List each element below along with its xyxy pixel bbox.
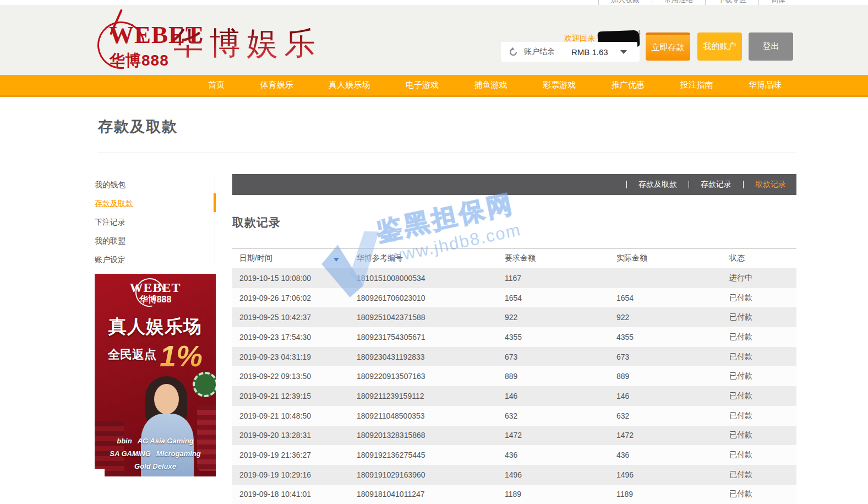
page-title: 存款及取款 (98, 117, 178, 137)
chip-green-image (193, 372, 216, 397)
table-row: 2019-09-23 04:31:19 1809230431192833 673… (232, 347, 796, 367)
cell-requested-amount: 673 (505, 353, 616, 361)
cell-status: 已付款 (729, 411, 796, 421)
top-link[interactable]: 常用连结 (652, 0, 705, 5)
banner-corner-notch (95, 469, 105, 476)
section-title: 取款记录 (232, 215, 281, 230)
title-divider (98, 153, 796, 153)
sidebar-item[interactable]: 存款及取款 (95, 194, 214, 213)
balance-label: 账户结余 (524, 47, 555, 57)
cell-datetime: 2019-09-21 12:39:15 (239, 392, 357, 400)
cell-reference: 1809201328315868 (357, 431, 505, 440)
refresh-icon[interactable] (509, 47, 518, 57)
cell-requested-amount: 889 (505, 372, 616, 381)
sidebar-item[interactable]: 我的钱包 (95, 175, 214, 194)
cell-reference: 1809211048500353 (357, 411, 505, 420)
table-row: 2019-09-22 09:13:50 1809220913507163 889… (232, 366, 796, 386)
table-row: 2019-09-23 17:54:30 1809231754305671 435… (232, 327, 796, 347)
table-row: 2019-10-15 10:08:00 1810151008000534 116… (232, 268, 796, 288)
nav-item[interactable]: 首页 (208, 80, 225, 90)
cell-datetime: 2019-09-23 04:31:19 (239, 353, 357, 361)
cell-actual-amount: 1472 (616, 431, 729, 440)
records-tabbar: 存款及取款存款记录取款记录 (232, 174, 796, 195)
cell-datetime: 2019-09-19 21:36:27 (239, 451, 357, 459)
provider-logo: bbin (117, 437, 132, 445)
cell-actual-amount: 1189 (616, 490, 729, 498)
records-tab[interactable]: 取款记录 (731, 180, 786, 189)
my-account-button[interactable]: 我的账户 (697, 32, 742, 61)
cell-datetime: 2019-09-20 13:28:31 (239, 431, 357, 440)
cell-datetime: 2019-09-22 09:13:50 (239, 372, 357, 381)
nav-item[interactable]: 电子游戏 (406, 80, 439, 90)
banner-provider-logos: bbinAG Asia GamingSA GAMINGMicrogamingGo… (97, 437, 214, 470)
balance-value: RMB 1.63 (571, 47, 608, 57)
account-balance-widget: 账户结余 RMB 1.63 (501, 42, 637, 62)
nav-item[interactable]: 体育娱乐 (260, 80, 293, 90)
nav-item[interactable]: 华博品味 (749, 80, 782, 90)
top-link[interactable]: 下载专区 (705, 0, 758, 5)
cell-actual-amount: 632 (616, 411, 729, 420)
logout-button[interactable]: 登出 (749, 32, 793, 61)
cell-status: 进行中 (729, 273, 796, 283)
cell-status: 已付款 (729, 352, 796, 362)
cell-status: 已付款 (729, 391, 796, 401)
table-row: 2019-09-20 13:28:31 1809201328315868 147… (232, 426, 796, 446)
banner-headline: 真人娱乐场 (95, 315, 216, 339)
account-sidebar: 我的钱包存款及取款下注记录我的联盟账户设定 (95, 175, 214, 269)
sidebar-divider (215, 175, 215, 265)
cell-requested-amount: 1189 (505, 490, 616, 498)
table-header-cell: 要求金额 (505, 253, 616, 263)
cell-actual-amount: 673 (616, 353, 729, 361)
provider-logo: Gold Deluxe (134, 462, 176, 470)
cell-status: 已付款 (729, 312, 796, 322)
table-row: 2019-09-26 17:06:02 1809261706023010 165… (232, 288, 796, 308)
banner-logo-swoosh-icon (130, 274, 170, 312)
main-nav: 首页体育娱乐真人娱乐场电子游戏捕鱼游戏彩票游戏推广优惠投注指南华博品味 (0, 75, 868, 97)
records-tab[interactable]: 存款记录 (677, 180, 731, 189)
nav-item[interactable]: 真人娱乐场 (329, 80, 370, 90)
table-row: 2019-09-21 10:48:50 1809211048500353 632… (232, 406, 796, 426)
page: 加入收藏常用连结下载专区简体 WEBET 华博888 华博娱乐 欢迎回来！ 4 … (0, 0, 868, 504)
provider-logo: SA GAMING (110, 449, 151, 458)
cell-actual-amount: 1654 (616, 294, 729, 302)
cell-datetime: 2019-09-25 10:42:37 (239, 313, 357, 322)
top-link[interactable]: 加入收藏 (598, 0, 652, 5)
records-tab[interactable]: 存款及取款 (615, 180, 677, 189)
cell-status: 已付款 (729, 371, 796, 381)
cell-actual-amount: 4355 (616, 333, 729, 342)
cell-requested-amount: 1496 (505, 470, 616, 479)
nav-item[interactable]: 推广优惠 (612, 80, 645, 90)
table-row: 2019-09-19 10:29:16 1809191029163960 149… (232, 465, 796, 485)
banner-offer-text: 全民返点 (108, 348, 156, 361)
nav-item[interactable]: 捕鱼游戏 (474, 80, 507, 90)
promo-banner[interactable]: WEBET 华博888 真人娱乐场 全民返点1% bbinAG Asia Gam… (95, 274, 216, 476)
redaction-mark: 4 (637, 30, 641, 36)
cell-datetime: 2019-09-26 17:06:02 (239, 294, 357, 302)
deposit-now-button[interactable]: 立即存款 (646, 32, 690, 61)
sidebar-item[interactable]: 我的联盟 (95, 231, 214, 250)
cell-status: 已付款 (729, 332, 796, 342)
provider-logo: AG Asia Gaming (138, 437, 194, 445)
nav-item[interactable]: 投注指南 (680, 80, 713, 90)
cell-reference: 1809231754305671 (357, 333, 505, 342)
cell-requested-amount: 146 (505, 392, 616, 400)
cell-actual-amount: 436 (616, 451, 729, 459)
sidebar-item[interactable]: 账户设定 (95, 250, 214, 269)
nav-item[interactable]: 彩票游戏 (543, 80, 576, 90)
cell-requested-amount: 1654 (505, 294, 616, 302)
site-logo[interactable]: WEBET 华博888 华博娱乐 (0, 5, 330, 75)
cell-actual-amount: 889 (616, 372, 729, 381)
table-row: 2019-09-18 10:41:01 1809181041011247 118… (232, 485, 796, 504)
table-header-cell: 华博参考编号 (357, 253, 505, 263)
table-row: 2019-09-25 10:42:37 1809251042371588 922… (232, 307, 796, 327)
provider-logo: Microgaming (156, 449, 201, 458)
sort-descending-icon[interactable] (334, 258, 339, 262)
cell-requested-amount: 1167 (505, 274, 616, 283)
top-link[interactable]: 简体 (758, 0, 798, 5)
cell-requested-amount: 632 (505, 411, 616, 420)
cell-datetime: 2019-09-18 10:41:01 (239, 490, 357, 498)
sidebar-item[interactable]: 下注记录 (95, 213, 214, 231)
cell-status: 已付款 (729, 470, 796, 480)
chevron-down-icon[interactable] (620, 50, 627, 54)
cell-status: 已付款 (729, 293, 796, 303)
